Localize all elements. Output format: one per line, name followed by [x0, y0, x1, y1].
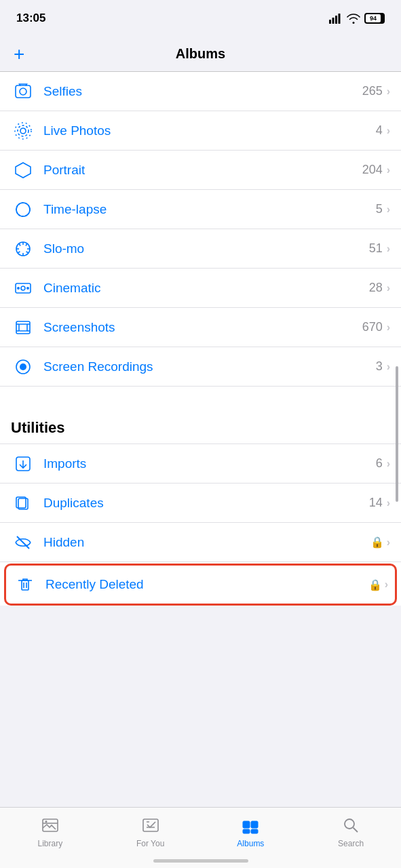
utilities-title: Utilities: [11, 419, 64, 436]
status-icons: 94: [329, 13, 385, 24]
chevron-icon: ›: [387, 536, 390, 549]
tab-library[interactable]: Library: [0, 814, 100, 848]
svg-point-9: [16, 203, 30, 216]
list-item[interactable]: Duplicates 14 ›: [0, 484, 401, 523]
chevron-icon: ›: [387, 458, 390, 470]
cinematic-icon: [11, 279, 35, 298]
list-item[interactable]: Screen Recordings 3 ›: [0, 347, 401, 387]
signal-icon: [329, 13, 343, 24]
list-item[interactable]: Selfies 265 ›: [0, 72, 401, 111]
duplicates-label: Duplicates: [43, 496, 369, 511]
selfies-icon: [11, 82, 35, 101]
hidden-label: Hidden: [43, 535, 370, 550]
svg-line-45: [354, 828, 358, 833]
svg-rect-41: [251, 821, 258, 828]
chevron-icon: ›: [387, 282, 390, 294]
scroll-indicator: [396, 366, 398, 502]
list-item[interactable]: Time-lapse 5 ›: [0, 190, 401, 229]
tab-albums[interactable]: Albums: [201, 814, 301, 848]
list-item[interactable]: Slo-mo 51 ›: [0, 229, 401, 269]
tab-search[interactable]: Search: [301, 814, 401, 848]
duplicates-count: 14: [369, 496, 383, 510]
cinematic-count: 28: [369, 281, 383, 295]
svg-line-14: [26, 243, 27, 246]
svg-rect-42: [243, 829, 250, 833]
home-indicator: [153, 859, 248, 863]
svg-rect-4: [16, 85, 31, 98]
imports-icon: [11, 454, 35, 473]
svg-line-18: [18, 252, 20, 253]
recently-deleted-lock-icon: 🔒: [368, 578, 382, 591]
list-item[interactable]: Imports 6 ›: [0, 444, 401, 484]
list-item[interactable]: Live Photos 4 ›: [0, 111, 401, 151]
chevron-icon: ›: [387, 321, 390, 334]
utilities-section-header: Utilities: [0, 400, 401, 444]
add-album-button[interactable]: +: [14, 45, 24, 64]
svg-rect-34: [22, 580, 28, 590]
list-item[interactable]: Cinematic 28 ›: [0, 269, 401, 308]
timelapse-label: Time-lapse: [43, 202, 376, 217]
cinematic-label: Cinematic: [43, 281, 369, 296]
library-tab-icon: [39, 814, 61, 836]
screenshots-icon: [11, 318, 35, 337]
hidden-icon: [11, 533, 35, 552]
hidden-lock-icon: 🔒: [370, 536, 384, 549]
selfies-label: Selfies: [43, 84, 362, 99]
svg-rect-3: [339, 14, 341, 24]
chevron-icon: ›: [387, 243, 390, 255]
search-tab-label: Search: [338, 839, 364, 848]
albums-tab-label: Albums: [237, 839, 264, 848]
svg-rect-37: [43, 819, 58, 831]
page-title: Albums: [176, 46, 225, 62]
list-item[interactable]: Portrait 204 ›: [0, 151, 401, 190]
chevron-icon: ›: [387, 125, 390, 137]
chevron-icon: ›: [387, 361, 390, 373]
battery-icon: 94: [364, 13, 385, 24]
timelapse-count: 5: [376, 202, 383, 216]
imports-count: 6: [376, 456, 383, 471]
imports-label: Imports: [43, 456, 376, 471]
chevron-icon: ›: [387, 85, 390, 98]
albums-tab-icon: [240, 814, 261, 836]
status-bar: 13:05 94: [0, 0, 401, 37]
svg-rect-26: [19, 324, 27, 331]
chevron-icon: ›: [387, 164, 390, 176]
search-tab-icon: [340, 814, 362, 836]
albums-list: Selfies 265 › Live Photos 4 › Portrait 2…: [0, 72, 401, 606]
svg-line-33: [17, 536, 29, 549]
screen-recordings-label: Screen Recordings: [43, 359, 376, 374]
for-you-tab-icon: [140, 814, 161, 836]
slomo-label: Slo-mo: [43, 241, 369, 256]
live-photos-label: Live Photos: [43, 123, 376, 138]
screen-recordings-icon: [11, 357, 35, 376]
screenshots-label: Screenshots: [43, 320, 362, 335]
svg-point-24: [26, 287, 29, 290]
svg-rect-39: [143, 819, 158, 831]
for-you-tab-label: For You: [136, 839, 164, 848]
list-item[interactable]: Hidden 🔒 ›: [0, 523, 401, 562]
svg-point-44: [345, 819, 354, 829]
list-item[interactable]: Screenshots 670 ›: [0, 308, 401, 347]
screen-recordings-count: 3: [376, 359, 383, 374]
svg-point-5: [20, 88, 26, 95]
library-tab-label: Library: [38, 839, 63, 848]
svg-rect-0: [329, 20, 331, 24]
portrait-label: Portrait: [43, 163, 362, 178]
svg-rect-1: [332, 18, 335, 24]
selfies-count: 265: [362, 84, 383, 98]
chevron-icon: ›: [385, 578, 388, 591]
portrait-icon: [11, 161, 35, 180]
slomo-count: 51: [369, 241, 383, 256]
wifi-icon: [347, 13, 360, 24]
svg-rect-40: [243, 821, 250, 828]
recently-deleted-icon: [13, 575, 37, 594]
section-spacer: [0, 387, 401, 400]
slomo-icon: [11, 239, 35, 258]
svg-point-23: [21, 286, 25, 290]
chevron-icon: ›: [387, 203, 390, 216]
recently-deleted-label: Recently Deleted: [45, 577, 368, 592]
recently-deleted-row[interactable]: Recently Deleted 🔒 ›: [4, 564, 397, 606]
tab-for-you[interactable]: For You: [100, 814, 201, 848]
screenshots-count: 670: [362, 320, 383, 334]
svg-rect-43: [251, 829, 258, 833]
